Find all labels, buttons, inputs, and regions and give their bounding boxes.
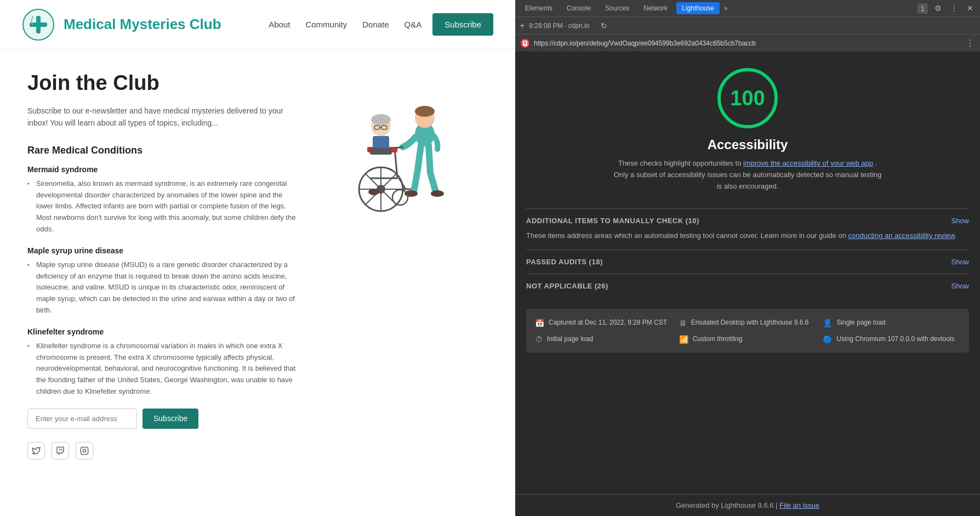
main-content: Join the Club Subscribe to our e-newslet… bbox=[0, 49, 515, 481]
info-card: 📅 Captured at Dec 11, 2022, 9:28 PM CST … bbox=[526, 309, 969, 353]
page-heading: Join the Club bbox=[27, 71, 301, 95]
svg-point-10 bbox=[431, 190, 444, 197]
accessibility-score-circle: 100 bbox=[717, 68, 778, 128]
info-captured: 📅 Captured at Dec 11, 2022, 9:28 PM CST bbox=[535, 317, 673, 327]
passed-audits-show-button[interactable]: Show bbox=[951, 258, 969, 266]
twitch-icon[interactable] bbox=[52, 442, 69, 460]
close-devtools-icon[interactable]: ✕ bbox=[965, 3, 976, 14]
page-load-text: Single page load bbox=[836, 317, 885, 327]
accessibility-review-link[interactable]: conducting an accessibility review bbox=[848, 231, 955, 240]
file-issue-link[interactable]: File an issue bbox=[779, 501, 819, 509]
svg-point-5 bbox=[86, 448, 87, 449]
throttling-icon: 📶 bbox=[679, 335, 688, 344]
back-icon[interactable]: + bbox=[520, 21, 525, 31]
condition-3-title: Klinefelter syndrome bbox=[27, 327, 301, 336]
additional-items-section: ADDITIONAL ITEMS TO MANUALLY CHECK (10) … bbox=[526, 208, 969, 250]
devtools-tabbar: Elements Console Sources Network Lightho… bbox=[515, 0, 980, 16]
email-input[interactable] bbox=[27, 409, 137, 429]
tab-sources[interactable]: Sources bbox=[600, 2, 635, 14]
social-icons bbox=[27, 442, 301, 460]
accessibility-description: These checks highlight opportunities to … bbox=[611, 158, 885, 192]
nav-subscribe-button[interactable]: Subscribe bbox=[432, 13, 493, 36]
condition-2-desc: Maple syrup urine disease (MSUD) is a ra… bbox=[27, 259, 301, 316]
throttling-text: Custom throttling bbox=[693, 334, 743, 344]
improve-accessibility-link[interactable]: improve the accessibility of your web ap… bbox=[743, 159, 873, 167]
initial-load-text: Initial page load bbox=[547, 334, 593, 344]
site-favicon bbox=[521, 39, 529, 48]
passed-audits-row: PASSED AUDITS (18) Show bbox=[526, 258, 969, 266]
refresh-icon[interactable]: ↻ bbox=[601, 21, 607, 30]
chromium-text: Using Chromium 107.0.0.0 with devtools bbox=[836, 334, 954, 344]
captured-text: Captured at Dec 11, 2022, 9:28 PM CST bbox=[549, 317, 667, 327]
tab-elements[interactable]: Elements bbox=[520, 2, 558, 14]
nav-community[interactable]: Community bbox=[305, 20, 347, 29]
page-load-icon: 👤 bbox=[823, 319, 832, 327]
chromium-icon: 🔵 bbox=[823, 335, 832, 344]
settings-icon[interactable]: ⚙ bbox=[932, 3, 944, 14]
calendar-icon: 📅 bbox=[535, 319, 544, 327]
additional-items-label: ADDITIONAL ITEMS TO MANUALLY CHECK (10) bbox=[526, 217, 699, 225]
desktop-icon: 🖥 bbox=[679, 319, 687, 327]
emulated-text: Emulated Desktop with Lighthouse 9.6.6 bbox=[691, 317, 809, 327]
not-applicable-show-button[interactable]: Show bbox=[951, 282, 969, 290]
not-applicable-row: NOT APPLICABLE (26) Show bbox=[526, 282, 969, 290]
email-section: Subscribe bbox=[27, 409, 301, 429]
score-value: 100 bbox=[730, 87, 765, 110]
address-bar: + 9:28:08 PM · cdpn.io · ↻ bbox=[515, 16, 980, 34]
tab-console[interactable]: Console bbox=[561, 2, 596, 14]
svg-point-28 bbox=[368, 189, 379, 195]
svg-point-4 bbox=[83, 449, 86, 452]
devtools-panel: Elements Console Sources Network Lightho… bbox=[515, 0, 980, 516]
instagram-icon[interactable] bbox=[76, 442, 93, 460]
timer-icon: ⏱ bbox=[535, 335, 543, 344]
condition-2-title: Maple syrup urine disease bbox=[27, 246, 301, 255]
nav-qa[interactable]: Q&A bbox=[404, 20, 422, 29]
condition-3-desc: Klinefelter syndrome is a chromosomal va… bbox=[27, 341, 301, 398]
info-chromium: 🔵 Using Chromium 107.0.0.0 with devtools bbox=[823, 334, 960, 344]
svg-point-8 bbox=[415, 106, 435, 117]
left-content: Join the Club Subscribe to our e-newslet… bbox=[27, 71, 301, 460]
info-throttling: 📶 Custom throttling bbox=[679, 334, 817, 344]
passed-audits-section: PASSED AUDITS (18) Show bbox=[526, 250, 969, 274]
svg-rect-27 bbox=[370, 148, 392, 155]
desc-before: These checks highlight opportunities to bbox=[618, 159, 743, 167]
page-subtext: Subscribe to our e-newsletter and have m… bbox=[27, 105, 301, 129]
condition-1-title: Mermaid syndrome bbox=[27, 165, 301, 174]
accessibility-title: Accessibility bbox=[708, 137, 788, 152]
nav-donate[interactable]: Donate bbox=[362, 20, 389, 29]
tab-network[interactable]: Network bbox=[638, 2, 673, 14]
url-text: https://cdpn.io/pen/debug/VwdOaqp/ee0945… bbox=[534, 39, 961, 47]
additional-items-row: ADDITIONAL ITEMS TO MANUALLY CHECK (10) … bbox=[526, 217, 969, 225]
devtools-icons: 1 ⚙ ⋮ ✕ bbox=[918, 3, 976, 14]
not-applicable-section: NOT APPLICABLE (26) Show bbox=[526, 274, 969, 298]
not-applicable-label: NOT APPLICABLE (26) bbox=[526, 282, 608, 290]
navigation: Medical Mysteries Club About Community D… bbox=[0, 0, 515, 49]
svg-point-17 bbox=[392, 190, 408, 205]
subscribe-button[interactable]: Subscribe bbox=[143, 409, 198, 429]
additional-items-show-button[interactable]: Show bbox=[951, 217, 969, 225]
timestamp-text: 9:28:08 PM · cdpn.io bbox=[529, 22, 589, 30]
info-initial-load: ⏱ Initial page load bbox=[535, 334, 673, 344]
site-title: Medical Mysteries Club bbox=[64, 16, 221, 33]
passed-audits-label: PASSED AUDITS (18) bbox=[526, 258, 603, 266]
svg-point-22 bbox=[371, 114, 391, 125]
condition-1-desc: Sirenomelia, also known as mermaid syndr… bbox=[27, 178, 301, 235]
more-options-icon[interactable]: ⋮ bbox=[948, 3, 960, 14]
lighthouse-content: 100 Accessibility These checks highlight… bbox=[515, 52, 980, 494]
more-tabs-icon[interactable]: » bbox=[724, 4, 728, 12]
section-title: Rare Medical Conditions bbox=[27, 145, 301, 156]
tab-lighthouse[interactable]: Lighthouse bbox=[676, 2, 720, 14]
footer-text-before: Generated by Lighthouse 9.6.6 | bbox=[676, 501, 779, 509]
twitter-icon[interactable] bbox=[27, 442, 45, 460]
timestamp: 9:28:08 PM · cdpn.io bbox=[529, 22, 589, 30]
info-emulated: 🖥 Emulated Desktop with Lighthouse 9.6.6 bbox=[679, 317, 817, 327]
wheelchair-illustration bbox=[318, 82, 471, 225]
illustration-area bbox=[312, 71, 477, 460]
nav-links: About Community Donate Q&A bbox=[269, 20, 421, 29]
website-panel: Medical Mysteries Club About Community D… bbox=[0, 0, 515, 516]
nav-about[interactable]: About bbox=[269, 20, 290, 29]
svg-rect-26 bbox=[373, 136, 389, 150]
url-more-icon[interactable]: ⋮ bbox=[966, 38, 975, 48]
lighthouse-footer: Generated by Lighthouse 9.6.6 | File an … bbox=[515, 494, 980, 516]
info-page-load: 👤 Single page load bbox=[823, 317, 960, 327]
